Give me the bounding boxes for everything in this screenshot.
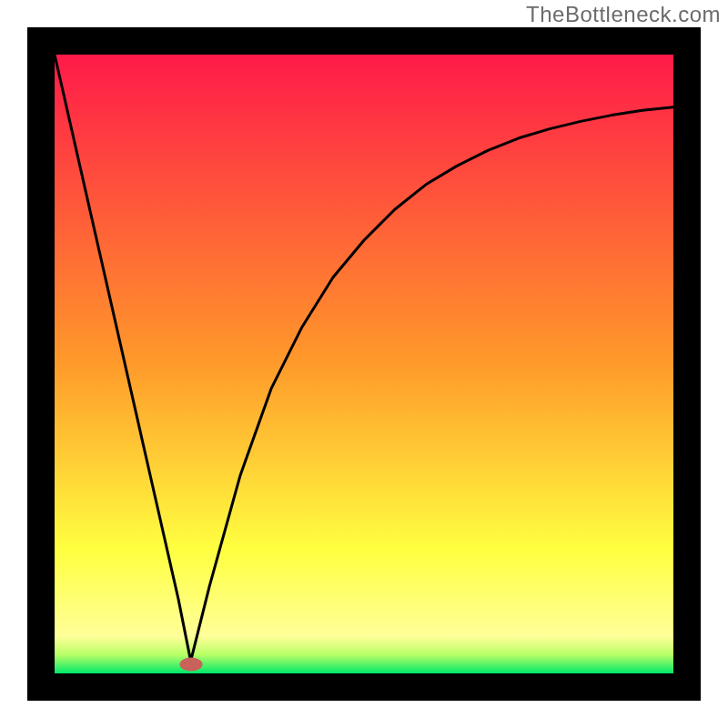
chart-container: TheBottleneck.com	[0, 0, 728, 728]
watermark-text: TheBottleneck.com	[526, 2, 721, 27]
chart-svg	[55, 55, 673, 673]
plot-area	[55, 55, 673, 673]
minimum-marker	[179, 657, 202, 671]
gradient-background	[55, 55, 673, 673]
